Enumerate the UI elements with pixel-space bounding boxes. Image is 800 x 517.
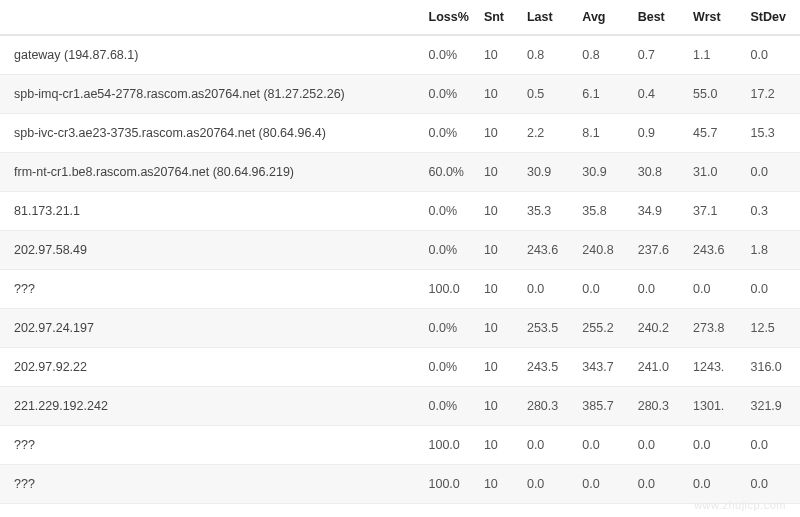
cell-stdev: 0.3 [742, 192, 800, 231]
table-row: 202.97.58.49 0.0% 10 243.6 240.8 237.6 2… [0, 231, 800, 270]
cell-last: 0.0 [519, 426, 574, 465]
cell-host: 221.229.173.1 [0, 504, 421, 518]
cell-best: 30.8 [630, 153, 685, 192]
cell-wrst: 31.0 [685, 153, 742, 192]
cell-best: 0.9 [630, 114, 685, 153]
cell-host: 81.173.21.1 [0, 192, 421, 231]
cell-best: 280.3 [630, 387, 685, 426]
col-host[interactable] [0, 0, 421, 35]
cell-last: 0.0 [519, 465, 574, 504]
col-best[interactable]: Best [630, 0, 685, 35]
cell-best: 303.7 [630, 504, 685, 518]
cell-stdev: 0.0 [742, 153, 800, 192]
cell-snt: 10 [476, 348, 519, 387]
cell-host: ??? [0, 426, 421, 465]
table-row: ??? 100.0 10 0.0 0.0 0.0 0.0 0.0 [0, 270, 800, 309]
cell-loss: 0.0% [421, 35, 476, 75]
col-loss[interactable]: Loss% [421, 0, 476, 35]
cell-loss: 0.0% [421, 75, 476, 114]
col-snt[interactable]: Snt [476, 0, 519, 35]
cell-snt: 10 [476, 309, 519, 348]
col-last[interactable]: Last [519, 0, 574, 35]
cell-avg: 0.0 [574, 426, 629, 465]
table-row: 202.97.24.197 0.0% 10 253.5 255.2 240.2 … [0, 309, 800, 348]
cell-loss: 0.0% [421, 231, 476, 270]
col-stdev[interactable]: StDev [742, 0, 800, 35]
table-row: spb-imq-cr1.ae54-2778.rascom.as20764.net… [0, 75, 800, 114]
cell-snt: 10 [476, 192, 519, 231]
cell-wrst: 546.4 [685, 504, 742, 518]
cell-loss: 100.0 [421, 465, 476, 504]
cell-snt: 10 [476, 465, 519, 504]
cell-last: 243.5 [519, 348, 574, 387]
cell-last: 0.8 [519, 35, 574, 75]
cell-stdev: 17.2 [742, 75, 800, 114]
cell-snt: 10 [476, 387, 519, 426]
cell-snt: 10 [476, 426, 519, 465]
cell-avg: 255.2 [574, 309, 629, 348]
table-row: spb-ivc-cr3.ae23-3735.rascom.as20764.net… [0, 114, 800, 153]
cell-avg: 240.8 [574, 231, 629, 270]
cell-loss: 0.0% [421, 309, 476, 348]
cell-loss: 0.0% [421, 387, 476, 426]
table-row: 221.229.192.242 0.0% 10 280.3 385.7 280.… [0, 387, 800, 426]
table-body: gateway (194.87.68.1) 0.0% 10 0.8 0.8 0.… [0, 35, 800, 517]
cell-loss: 0.0% [421, 114, 476, 153]
mtr-table: Loss% Snt Last Avg Best Wrst StDev gatew… [0, 0, 800, 517]
cell-host: gateway (194.87.68.1) [0, 35, 421, 75]
cell-wrst: 0.0 [685, 426, 742, 465]
cell-last: 253.5 [519, 309, 574, 348]
cell-avg: 6.1 [574, 75, 629, 114]
cell-host: spb-ivc-cr3.ae23-3735.rascom.as20764.net… [0, 114, 421, 153]
cell-wrst: 1243. [685, 348, 742, 387]
cell-stdev: 1.8 [742, 231, 800, 270]
col-avg[interactable]: Avg [574, 0, 629, 35]
table-row: gateway (194.87.68.1) 0.0% 10 0.8 0.8 0.… [0, 35, 800, 75]
cell-last: 0.5 [519, 75, 574, 114]
cell-best: 0.7 [630, 35, 685, 75]
cell-host: 202.97.24.197 [0, 309, 421, 348]
cell-wrst: 0.0 [685, 270, 742, 309]
cell-avg: 343.7 [574, 348, 629, 387]
col-wrst[interactable]: Wrst [685, 0, 742, 35]
cell-snt: 10 [476, 153, 519, 192]
cell-last: 2.2 [519, 114, 574, 153]
cell-stdev: 0.0 [742, 465, 800, 504]
cell-best: 240.2 [630, 309, 685, 348]
cell-stdev: 76.2 [742, 504, 800, 518]
cell-best: 0.0 [630, 270, 685, 309]
cell-best: 241.0 [630, 348, 685, 387]
cell-host: 221.229.192.242 [0, 387, 421, 426]
cell-wrst: 0.0 [685, 465, 742, 504]
cell-wrst: 1301. [685, 387, 742, 426]
cell-stdev: 15.3 [742, 114, 800, 153]
cell-stdev: 321.9 [742, 387, 800, 426]
cell-loss: 100.0 [421, 426, 476, 465]
cell-avg: 0.8 [574, 35, 629, 75]
cell-best: 0.0 [630, 465, 685, 504]
cell-avg: 0.0 [574, 465, 629, 504]
cell-host: frm-nt-cr1.be8.rascom.as20764.net (80.64… [0, 153, 421, 192]
table-header-row: Loss% Snt Last Avg Best Wrst StDev [0, 0, 800, 35]
cell-best: 237.6 [630, 231, 685, 270]
table-row: ??? 100.0 10 0.0 0.0 0.0 0.0 0.0 [0, 426, 800, 465]
cell-loss: 0.0% [421, 192, 476, 231]
cell-loss: 100.0 [421, 270, 476, 309]
cell-snt: 10 [476, 504, 519, 518]
table-row: 202.97.92.22 0.0% 10 243.5 343.7 241.0 1… [0, 348, 800, 387]
cell-host: ??? [0, 270, 421, 309]
cell-host: 202.97.92.22 [0, 348, 421, 387]
cell-loss: 0.0% [421, 348, 476, 387]
cell-wrst: 45.7 [685, 114, 742, 153]
cell-stdev: 316.0 [742, 348, 800, 387]
cell-avg: 385.7 [574, 387, 629, 426]
cell-snt: 10 [476, 75, 519, 114]
cell-snt: 10 [476, 35, 519, 75]
cell-last: 280.3 [519, 387, 574, 426]
cell-avg: 341.8 [574, 504, 629, 518]
table-row: ??? 100.0 10 0.0 0.0 0.0 0.0 0.0 [0, 465, 800, 504]
cell-avg: 0.0 [574, 270, 629, 309]
cell-last: 0.0 [519, 270, 574, 309]
table-row: 221.229.173.1 0.0% 10 311.3 341.8 303.7 … [0, 504, 800, 518]
cell-loss: 60.0% [421, 153, 476, 192]
